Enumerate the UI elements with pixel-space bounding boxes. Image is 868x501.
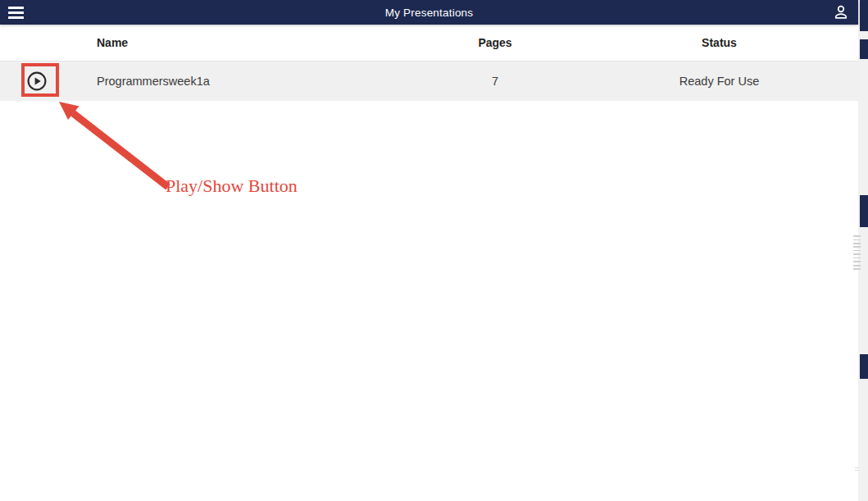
play-show-button[interactable] (25, 69, 49, 93)
table-row[interactable]: Programmersweek1a 7 Ready For Use (0, 61, 858, 101)
table-header-row: Name Pages Status (0, 25, 858, 61)
drag-grip-texture (853, 235, 861, 271)
play-circle-icon (26, 71, 48, 92)
app-bar: My Presentations (0, 0, 858, 25)
annotation-label: Play/Show Button (166, 175, 298, 197)
column-header-status: Status (580, 36, 858, 49)
account-button[interactable] (830, 2, 852, 22)
column-header-pages: Pages (410, 36, 580, 49)
annotation-arrow (49, 90, 180, 197)
presentation-pages: 7 (410, 75, 580, 88)
presentation-name: Programmersweek1a (74, 75, 410, 88)
scrollbar-segment (860, 0, 868, 31)
scrollbar-segment (860, 195, 868, 227)
column-header-name: Name (74, 36, 410, 49)
person-icon (832, 3, 850, 21)
presentation-status: Ready For Use (580, 75, 858, 88)
scrollbar-segment (860, 354, 868, 379)
drag-grip-texture-small (855, 467, 859, 472)
page-title: My Presentations (0, 7, 858, 19)
presentations-table: Name Pages Status Programmersweek1a 7 Re… (0, 25, 858, 101)
scrollbar-segment (860, 39, 868, 59)
